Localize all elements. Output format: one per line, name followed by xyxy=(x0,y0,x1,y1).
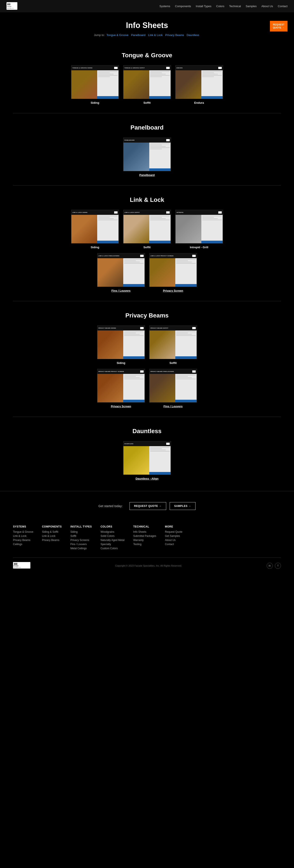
footer-technical-link-2[interactable]: Warranty xyxy=(133,538,156,541)
dauntless-label[interactable]: Dauntless - Align xyxy=(136,477,159,480)
footer-colors-link-4[interactable]: Custom Colors xyxy=(100,547,125,550)
pb-soffit-card[interactable]: PRIVACY BEAMS SOFFIT Soffit xyxy=(149,326,197,365)
nav-components[interactable]: Components xyxy=(175,5,191,8)
svg-text:Specialties, Inc.: Specialties, Inc. xyxy=(7,8,14,9)
footer-technical-link-1[interactable]: Submittal Packages xyxy=(133,534,156,537)
footer-components-link-1[interactable]: Link & Lock xyxy=(42,534,62,537)
nav-about[interactable]: About Us xyxy=(261,5,273,8)
nav-systems[interactable]: Systems xyxy=(160,5,170,8)
footer-systems-link-1[interactable]: Link & Lock xyxy=(13,534,33,537)
link-lock-grid-row2: LINK & LOCK FINS/LOUVERS Fins / Louvers … xyxy=(13,253,281,292)
footer-install-link-0[interactable]: Siding xyxy=(70,530,92,533)
footer-colors-link-0[interactable]: Woodgrains xyxy=(100,530,125,533)
panelboard-card[interactable]: PANELBOARD Panelboard xyxy=(123,137,171,177)
footer-components-link-2[interactable]: Privacy Beams xyxy=(42,538,62,541)
nav-samples[interactable]: Samples xyxy=(246,5,257,8)
footer-systems-link-3[interactable]: Ceilings xyxy=(13,543,33,546)
pb-fins-card[interactable]: PRIVACY BEAMS FINS/LOUVERS Fins / Louver… xyxy=(149,369,197,408)
footer-install-link-2[interactable]: Privacy Screens xyxy=(70,538,92,541)
jump-panelboard[interactable]: Panelboard xyxy=(131,33,145,37)
nav-install-types[interactable]: Install Types xyxy=(196,5,211,8)
svg-text:▐▐▐: ▐▐▐ xyxy=(13,563,17,565)
footer-install-link-1[interactable]: Soffit xyxy=(70,534,92,537)
logo[interactable]: ▐▐▐ Facade Specialties, Inc. xyxy=(6,2,19,10)
dauntless-card[interactable]: DAUNTLESS Dauntless - Align xyxy=(123,441,171,480)
jump-tongue-groove[interactable]: Tongue & Groove xyxy=(106,33,128,37)
footer-more-link-3[interactable]: Contact xyxy=(165,543,183,546)
main-nav: ▐▐▐ Facade Specialties, Inc. Systems Com… xyxy=(0,0,294,12)
tg-siding-card[interactable]: TONGUE & GROOVE SIDING Siding xyxy=(71,65,119,104)
page-header: Info Sheets REQUESTQUOTE → Jump to: Tong… xyxy=(0,12,294,45)
footer-cta: Get started today: REQUEST QUOTE → SAMPL… xyxy=(0,491,294,519)
link-lock-grid-row1: LINK & LOCK SIDING Siding LINK & LOCK SO… xyxy=(13,210,281,249)
ll-soffit-card[interactable]: LINK & LOCK SOFFIT Soffit xyxy=(123,210,171,249)
cta-label: Get started today: xyxy=(99,504,123,508)
footer-install-link-4[interactable]: Metal Ceilings xyxy=(70,547,92,550)
footer-colors-link-3[interactable]: Specialty xyxy=(100,543,125,546)
footer-logo[interactable]: ▐▐▐ Facade Specialties, Inc. xyxy=(13,562,30,569)
nav-contact[interactable]: Contact xyxy=(278,5,288,8)
pb-grid-row1: PRIVACY BEAMS SIDING Siding PRIVACY BEAM… xyxy=(13,326,281,365)
pb-fins-label[interactable]: Fins / Louvers xyxy=(163,405,183,408)
footer-colors-link-2[interactable]: Naturally Aged Metal xyxy=(100,538,125,541)
footer-systems-link-2[interactable]: Privacy Beams xyxy=(13,538,33,541)
jump-link-lock[interactable]: Link & Lock xyxy=(148,33,163,37)
tg-soffit-label: Soffit xyxy=(143,101,151,104)
jump-privacy-beams[interactable]: Privacy Beams xyxy=(165,33,184,37)
cta-samples-button[interactable]: SAMPLES → xyxy=(170,502,196,510)
footer-install-link-3[interactable]: Fins / Louvers xyxy=(70,543,92,546)
svg-text:Facade: Facade xyxy=(13,565,19,566)
intrepid-card[interactable]: INTREPID Intrepid - Grill xyxy=(175,210,223,249)
footer-systems-link-0[interactable]: Tongue & Groove xyxy=(13,530,33,533)
jump-dauntless[interactable]: Dauntless xyxy=(187,33,199,37)
pb-privacy-screen-card[interactable]: PRIVACY BEAMS PRIVACY SCREEN Privacy Scr… xyxy=(97,369,145,408)
footer-col-systems: SYSTEMS Tongue & Groove Link & Lock Priv… xyxy=(13,525,33,551)
footer: SYSTEMS Tongue & Groove Link & Lock Priv… xyxy=(0,519,294,576)
footer-more-link-2[interactable]: About Us xyxy=(165,538,183,541)
link-lock-title: Link & Lock xyxy=(13,196,281,203)
linkedin-icon[interactable]: in xyxy=(267,563,273,569)
pb-privacy-screen-label[interactable]: Privacy Screen xyxy=(111,405,131,408)
intrepid-label: Intrepid - Grill xyxy=(190,246,208,249)
panelboard-grid: PANELBOARD Panelboard xyxy=(13,137,281,177)
panelboard-title: Panelboard xyxy=(13,124,281,131)
footer-technical-heading: TECHNICAL xyxy=(133,525,156,528)
cta-request-quote-button[interactable]: REQUEST QUOTE → xyxy=(130,502,166,510)
tg-soffit-card[interactable]: TONGUE & GROOVE SOFFIT Soffit xyxy=(123,65,171,104)
footer-copyright: Copyright © 2023 Facade Specialties, Inc… xyxy=(30,564,267,567)
footer-colors-link-1[interactable]: Solid Colors xyxy=(100,534,125,537)
footer-components-link-0[interactable]: Siding & Soffit xyxy=(42,530,62,533)
footer-col-install-types: INSTALL TYPES Siding Soffit Privacy Scre… xyxy=(70,525,92,551)
ll-privacy-screen-label[interactable]: Privacy Screen xyxy=(163,289,183,292)
ll-siding-card[interactable]: LINK & LOCK SIDING Siding xyxy=(71,210,119,249)
tongue-groove-title: Tongue & Groove xyxy=(13,52,281,59)
pb-siding-label: Siding xyxy=(117,361,125,365)
social-icons: in f xyxy=(267,563,281,569)
panelboard-section: Panelboard PANELBOARD xyxy=(0,118,294,181)
footer-technical-link-3[interactable]: Testing xyxy=(133,543,156,546)
request-quote-button[interactable]: REQUESTQUOTE → xyxy=(270,21,288,31)
pb-grid-row2: PRIVACY BEAMS PRIVACY SCREEN Privacy Scr… xyxy=(13,369,281,408)
ll-fins-label[interactable]: Fins / Louvers xyxy=(111,289,130,292)
ll-privacy-screen-card[interactable]: LINK & LOCK PRIVACY SCREEN Privacy Scree… xyxy=(149,253,197,292)
ll-soffit-label: Soffit xyxy=(143,246,151,249)
ll-fins-card[interactable]: LINK & LOCK FINS/LOUVERS Fins / Louvers xyxy=(97,253,145,292)
nav-technical[interactable]: Technical xyxy=(229,5,241,8)
svg-text:Specialties, Inc.: Specialties, Inc. xyxy=(13,567,21,568)
footer-more-link-1[interactable]: Get Samples xyxy=(165,534,183,537)
dauntless-grid: DAUNTLESS Dauntless - Align xyxy=(13,441,281,480)
divider-4 xyxy=(13,416,281,417)
dauntless-title: Dauntless xyxy=(13,428,281,435)
footer-technical-link-0[interactable]: Info Sheets xyxy=(133,530,156,533)
footer-col-technical: TECHNICAL Info Sheets Submittal Packages… xyxy=(133,525,156,551)
nav-colors[interactable]: Colors xyxy=(216,5,224,8)
panelboard-label[interactable]: Panelboard xyxy=(139,174,155,177)
divider-3 xyxy=(13,301,281,301)
endura-label: Endura xyxy=(194,101,204,104)
pb-soffit-label: Soffit xyxy=(169,361,176,365)
footer-install-heading: INSTALL TYPES xyxy=(70,525,92,528)
footer-more-link-0[interactable]: Request Quote xyxy=(165,530,183,533)
facebook-icon[interactable]: f xyxy=(275,563,281,569)
pb-siding-card[interactable]: PRIVACY BEAMS SIDING Siding xyxy=(97,326,145,365)
endura-card[interactable]: ENDURA Endura xyxy=(175,65,223,104)
